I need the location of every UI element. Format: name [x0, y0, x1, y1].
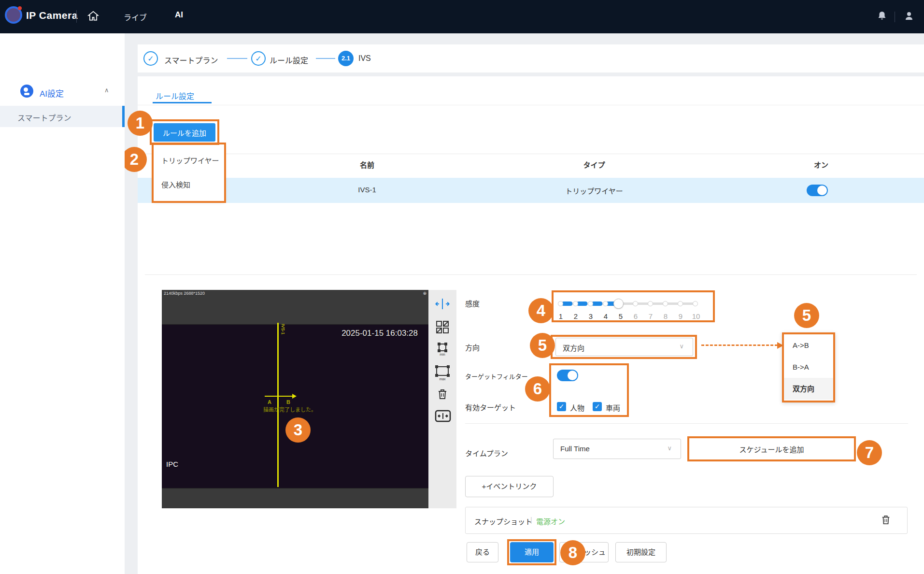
step-done-icon: ✓ — [251, 51, 266, 66]
divider — [138, 154, 924, 154]
min-label: min — [435, 353, 450, 356]
tick-label: 3 — [587, 312, 594, 320]
sidebar: AI設定 ∧ スマートプラン — [0, 33, 125, 574]
top-bar: IP Camera ライブ AI — [0, 0, 924, 33]
video-bottom-band — [162, 488, 428, 508]
chevron-up-icon[interactable]: ∧ — [104, 86, 109, 94]
slider-stop — [648, 301, 653, 306]
column-header-type: タイプ — [546, 159, 642, 170]
step-label-ivs: IVS — [358, 54, 371, 63]
divider — [138, 105, 924, 105]
camera-logo — [5, 6, 22, 24]
tick-label: 9 — [677, 312, 684, 320]
column-header-on: オン — [773, 159, 869, 170]
home-icon[interactable] — [87, 10, 100, 24]
add-schedule-label: スケジュールを追加 — [689, 444, 854, 454]
slider-stop — [558, 301, 563, 306]
video-preview[interactable]: 2140kbps 2688*1520 ⊕ 2025-01-15 16:03:28… — [162, 290, 428, 508]
sidebar-item-label: スマートプラン — [17, 112, 71, 123]
slider-stop — [573, 301, 578, 306]
annotation-badge-6: 6 — [525, 376, 550, 402]
tab-ai[interactable]: AI — [175, 10, 183, 20]
annotation-badge-5b: 5 — [794, 303, 819, 328]
time-plan-label: タイムプラン — [465, 448, 508, 458]
table-row[interactable]: IVS-1 トリップワイヤー — [138, 178, 924, 203]
rule-enabled-toggle[interactable] — [807, 185, 828, 196]
annotation-badge-8: 8 — [560, 540, 585, 565]
slider-fill — [592, 301, 602, 306]
chevron-down-icon: ∨ — [667, 445, 672, 452]
toggle-knob — [817, 186, 827, 195]
tick-label: 2 — [572, 312, 579, 320]
sensitivity-label: 感度 — [465, 298, 480, 308]
topbar-divider — [76, 10, 77, 23]
camera-name-label: IPC — [166, 460, 178, 468]
slider-stop — [678, 301, 683, 306]
max-label: max — [435, 377, 450, 381]
annotation-arrow — [701, 344, 778, 346]
sidebar-section-ai-settings[interactable]: AI設定 ∧ — [0, 82, 125, 103]
tab-live[interactable]: ライブ — [124, 11, 147, 23]
line-width-icon[interactable] — [435, 410, 450, 425]
tick-label: 6 — [632, 312, 639, 320]
draw-line-icon[interactable] — [435, 298, 450, 313]
option-a-to-b[interactable]: A->B — [784, 334, 833, 356]
option-both-directions[interactable]: 双方向 — [784, 378, 833, 400]
person-label: 人物 — [570, 402, 584, 413]
delete-icon[interactable] — [881, 515, 891, 527]
back-button[interactable]: 戻る — [467, 542, 498, 562]
tripwire-line[interactable] — [277, 323, 279, 487]
point-a-label: A — [268, 399, 271, 405]
annotation-badge-5: 5 — [530, 333, 555, 358]
target-filter-toggle[interactable] — [557, 370, 578, 381]
divider — [145, 274, 917, 275]
apply-button[interactable]: 適用 — [510, 542, 554, 562]
ai-head-icon — [20, 85, 33, 98]
tripwire-line-label: IVS-1 — [281, 324, 285, 335]
step-label-smart-plan: スマートプラン — [164, 54, 218, 66]
clear-regions-icon[interactable] — [435, 320, 450, 336]
slider-handle[interactable] — [613, 299, 624, 309]
event-link-button[interactable]: +イベントリンク — [465, 476, 554, 497]
active-indicator — [122, 106, 125, 127]
tick-label: 4 — [602, 312, 609, 320]
toggle-knob — [568, 371, 577, 380]
slider-fill — [577, 301, 587, 306]
step-label-rule-config: ルール設定 — [270, 54, 308, 66]
snapshot-status: 電源オン — [536, 516, 565, 526]
vehicle-checkbox[interactable]: ✓ — [593, 402, 602, 411]
draw-complete-message: 描画が完了しました。 — [263, 405, 316, 413]
option-b-to-a[interactable]: B->A — [784, 356, 833, 378]
tick-label: 8 — [662, 312, 669, 320]
user-icon[interactable] — [903, 10, 915, 24]
annotation-box-5 — [551, 335, 697, 359]
bell-icon[interactable] — [876, 10, 888, 24]
video-timestamp: 2025-01-15 16:03:28 — [341, 329, 418, 338]
time-plan-dropdown[interactable]: Full Time ∨ — [553, 439, 681, 459]
slider-fill — [562, 301, 572, 306]
tick-label: 5 — [617, 312, 624, 320]
slider-stop — [663, 301, 668, 306]
step-badge-current: 2.1 — [338, 51, 354, 66]
direction-arrow — [265, 396, 293, 397]
tick-label: 7 — [647, 312, 654, 320]
min-size-icon[interactable]: min — [435, 342, 450, 358]
add-schedule-button[interactable]: スケジュールを追加 — [687, 436, 856, 461]
max-size-icon[interactable]: max — [435, 365, 450, 380]
sidebar-item-smart-plan[interactable]: スマートプラン — [0, 106, 125, 127]
delete-icon[interactable] — [435, 388, 450, 404]
annotation-badge-3: 3 — [285, 417, 311, 443]
annotation-badge-4: 4 — [528, 298, 554, 323]
direction-options-popup: A->B B->A 双方向 — [782, 332, 835, 402]
default-settings-button[interactable]: 初期設定 — [615, 542, 667, 562]
rule-name-cell: IVS-1 — [319, 186, 415, 194]
time-plan-value: Full Time — [560, 445, 590, 453]
tab-rule-config[interactable]: ルール設定 — [156, 90, 194, 101]
sidebar-section-label: AI設定 — [40, 87, 64, 99]
snapshot-link-box: スナップショット | 電源オン — [465, 507, 908, 534]
person-checkbox[interactable]: ✓ — [557, 402, 566, 411]
rule-type-cell: トリップワイヤー — [546, 186, 642, 196]
sensitivity-slider[interactable]: 1 2 3 4 5 6 7 8 9 10 — [558, 296, 703, 320]
direction-label: 方向 — [465, 342, 480, 352]
tab-active-underline — [153, 102, 212, 103]
